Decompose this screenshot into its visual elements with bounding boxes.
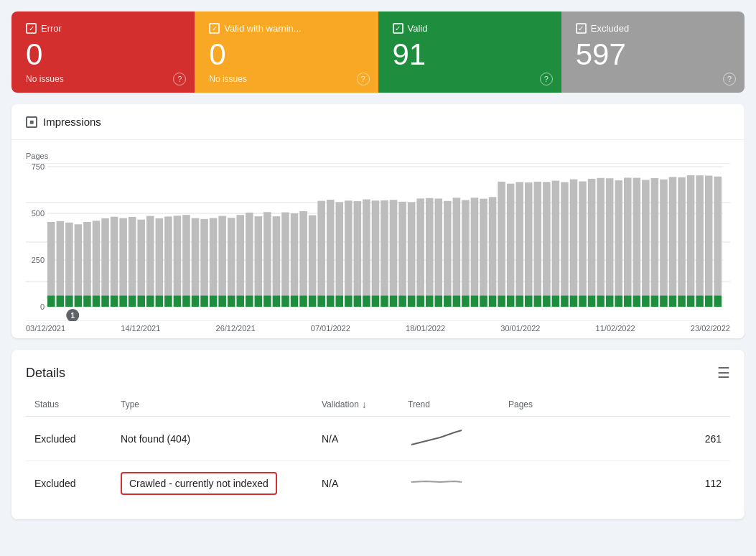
th-trend: Trend <box>399 393 500 417</box>
row-trend <box>399 417 500 461</box>
trend-up-icon <box>408 427 465 448</box>
row-type: Crawled - currently not indexed <box>112 461 313 506</box>
impressions-title: Impressions <box>43 116 101 128</box>
impressions-checkbox[interactable]: ■ <box>26 116 37 128</box>
tile-checkbox: ✓ <box>209 23 220 34</box>
table-header: Status Type Validation ↓ Trend Pages <box>26 393 730 417</box>
x-axis-label: 14/12/2021 <box>121 324 160 333</box>
tile-count: 597 <box>576 40 730 70</box>
details-card: Details ☰ Status Type Validation ↓ Trend… <box>11 350 745 519</box>
help-icon[interactable]: ? <box>723 73 736 85</box>
row-status: Excluded <box>26 417 112 461</box>
tile-count: 91 <box>393 40 547 70</box>
tile-subtitle: No issues <box>26 74 180 84</box>
details-table: Status Type Validation ↓ Trend Pages Exc… <box>26 393 730 505</box>
tile-checkbox: ✓ <box>393 23 403 34</box>
tile-header: ✓ Valid <box>393 23 547 34</box>
x-axis-label: 18/01/2022 <box>406 324 445 333</box>
trend-flat-icon <box>408 471 465 493</box>
x-axis-label: 11/02/2022 <box>596 324 635 333</box>
tile-label: Valid <box>408 23 428 34</box>
th-type: Type <box>112 393 313 417</box>
x-axis-label: 03/12/2021 <box>26 324 65 333</box>
details-title: Details <box>26 366 65 381</box>
row-status: Excluded <box>26 461 112 506</box>
tile-checkbox: ✓ <box>576 23 587 34</box>
tile-header: ✓ Excluded <box>576 23 730 34</box>
tile-header: ✓ Valid with warnin... <box>209 23 363 34</box>
help-icon[interactable]: ? <box>173 73 186 85</box>
chart-container: 750 500 250 0 <box>26 163 730 321</box>
x-axis-label: 30/01/2022 <box>500 324 540 333</box>
table-body: ExcludedNot found (404)N/A 261ExcludedCr… <box>26 417 730 506</box>
row-validation: N/A <box>313 417 399 461</box>
row-pages: 261 <box>500 417 730 461</box>
tile-header: ✓ Error <box>26 23 180 34</box>
help-icon[interactable]: ? <box>540 73 553 85</box>
chart-card: ■ Impressions Pages 750 500 250 0 03/12/… <box>11 104 745 338</box>
sort-arrow-icon[interactable]: ↓ <box>362 399 367 410</box>
row-validation: N/A <box>313 461 399 506</box>
x-axis-label: 23/02/2022 <box>691 324 730 333</box>
tile-count: 0 <box>209 40 363 70</box>
tile-label: Excluded <box>591 23 629 34</box>
row-trend <box>399 461 500 506</box>
tile-label: Error <box>41 23 62 34</box>
tile-error[interactable]: ✓ Error 0 No issues ? <box>11 11 195 93</box>
help-icon[interactable]: ? <box>357 73 370 85</box>
status-tiles: ✓ Error 0 No issues ? ✓ Valid with warni… <box>11 11 745 93</box>
table-row[interactable]: ExcludedCrawled - currently not indexedN… <box>26 461 730 506</box>
row-type: Not found (404) <box>112 417 313 461</box>
tile-excluded[interactable]: ✓ Excluded 597 ? <box>561 11 745 93</box>
tile-label: Valid with warnin... <box>224 23 301 34</box>
impressions-header: ■ Impressions <box>11 104 745 140</box>
filter-icon[interactable]: ☰ <box>717 364 730 381</box>
highlighted-type: Crawled - currently not indexed <box>121 472 277 495</box>
x-axis-labels: 03/12/202114/12/202126/12/202107/01/2022… <box>26 321 730 333</box>
chart-area: Pages 750 500 250 0 03/12/202114/12/2021… <box>11 140 745 338</box>
tile-subtitle: No issues <box>209 74 363 84</box>
x-axis-label: 26/12/2021 <box>216 324 256 333</box>
th-pages: Pages <box>500 393 730 417</box>
tile-valid[interactable]: ✓ Valid 91 ? <box>378 11 561 93</box>
x-axis-label: 07/01/2022 <box>311 324 350 333</box>
details-header: Details ☰ <box>26 364 730 381</box>
th-status: Status <box>26 393 112 417</box>
chart-y-label: Pages <box>26 152 730 160</box>
th-validation: Validation ↓ <box>313 393 399 417</box>
tile-count: 0 <box>26 40 180 70</box>
tile-warning[interactable]: ✓ Valid with warnin... 0 No issues ? <box>195 11 378 93</box>
tile-checkbox: ✓ <box>26 23 37 34</box>
table-row[interactable]: ExcludedNot found (404)N/A 261 <box>26 417 730 461</box>
row-pages: 112 <box>500 461 730 506</box>
